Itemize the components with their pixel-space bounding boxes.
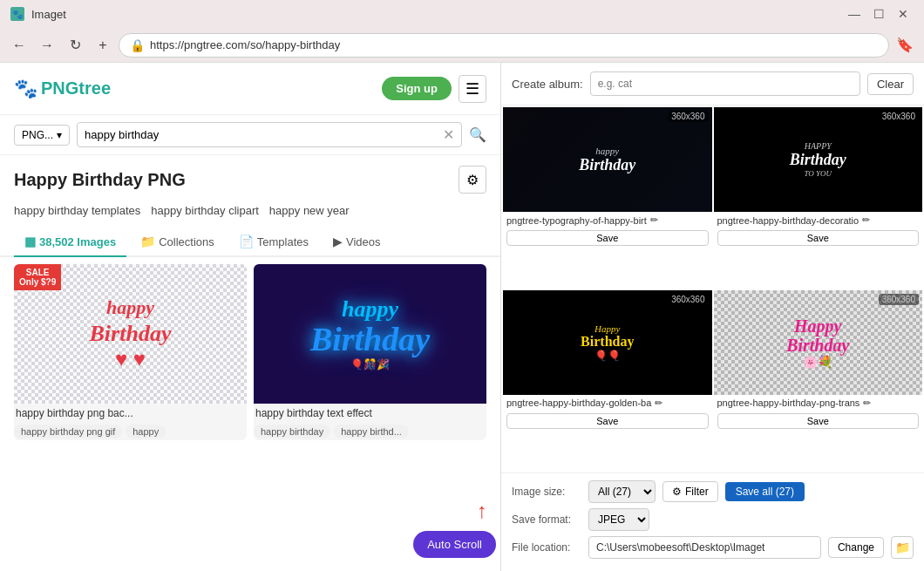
saved-item-3: Happy Birthday 🎈🎈 360x360 pngtree-happy-… — [503, 290, 712, 472]
search-type-dropdown[interactable]: PNG... ▾ — [14, 125, 70, 146]
folder-button[interactable]: 📁 — [891, 536, 914, 559]
filter-side-label: Filter — [685, 486, 709, 498]
save-format-label: Save format: — [512, 513, 581, 526]
app-icon: 🐾 — [10, 7, 24, 21]
saved-filename-1: pngtree-typography-of-happy-birt ✏ — [503, 212, 712, 228]
close-button[interactable]: ✕ — [893, 3, 914, 24]
logo-text: PNGtree — [41, 78, 111, 99]
auto-scroll-button[interactable]: Auto Scroll — [413, 531, 496, 558]
tab-images-label: 38,502 Images — [39, 235, 116, 248]
signup-button[interactable]: Sign up — [382, 77, 452, 100]
album-label: Create album: — [512, 78, 583, 91]
search-area: PNG... ▾ ✕ 🔍 — [0, 115, 500, 155]
image-grid: SALE Only $?9 happyBirthday ♥ ♥ happy bi… — [0, 257, 500, 447]
album-input[interactable] — [590, 71, 860, 96]
images-tab-icon: ▦ — [24, 235, 36, 248]
edit-icon-1[interactable]: ✏ — [650, 214, 658, 226]
saved-thumbnail-1: happy Birthday — [503, 107, 712, 212]
image-tag-1b[interactable]: happy — [126, 425, 166, 438]
chevron-down-icon: ▾ — [57, 129, 62, 141]
search-type-label: PNG... — [22, 129, 53, 141]
tags-area: happy birthday templates happy birthday … — [0, 197, 500, 224]
saved-item-4: HappyBirthday 🌸💐 360x360 pngtree-happy-b… — [714, 290, 923, 472]
image-tag-2b[interactable]: happy birthd... — [334, 425, 409, 438]
image-size-row: Image size: All (27) Small Medium Large … — [512, 480, 914, 503]
header-right: Sign up ☰ — [382, 75, 486, 103]
filter-side-icon: ⚙ — [672, 486, 682, 498]
title-bar-left: 🐾 Imaget — [10, 7, 66, 21]
maximize-button[interactable]: ☐ — [868, 3, 889, 24]
save-format-select[interactable]: JPEG PNG WEBP — [588, 508, 649, 531]
save-button-3[interactable]: Save — [506, 413, 709, 429]
search-clear-icon[interactable]: ✕ — [443, 126, 454, 143]
search-input[interactable] — [85, 128, 443, 141]
forward-button[interactable]: → — [35, 33, 59, 58]
paw-icon: 🐾 — [14, 78, 37, 100]
tab-collections[interactable]: 📁 Collections — [130, 228, 225, 257]
tab-templates-label: Templates — [257, 235, 309, 248]
edit-icon-2[interactable]: ✏ — [862, 214, 870, 226]
saved-filename-3: pngtree-happy-birthday-golden-ba ✏ — [503, 395, 712, 411]
tag-templates[interactable]: happy birthday templates — [14, 204, 140, 217]
saved-item-2: HAPPY Birthday TO YOU 360x360 pngtree-ha… — [714, 107, 923, 289]
image-size-select[interactable]: All (27) Small Medium Large — [588, 480, 656, 503]
sidebar-panel: Create album: Clear happy Birthday — [501, 63, 924, 571]
file-location-input[interactable] — [588, 536, 821, 559]
search-input-wrap: ✕ — [77, 122, 462, 147]
search-icon[interactable]: 🔍 — [469, 126, 486, 143]
tab-videos-label: Videos — [346, 235, 381, 248]
sale-text-1: SALE — [19, 268, 56, 277]
title-bar: 🐾 Imaget — ☐ ✕ — [0, 0, 924, 28]
new-tab-button[interactable]: + — [91, 33, 115, 58]
file-location-label: File location: — [512, 541, 581, 554]
sale-sub-1: Only $?9 — [19, 277, 56, 287]
sidebar-bottom: Image size: All (27) Small Medium Large … — [501, 472, 924, 571]
saved-thumbnail-4: HappyBirthday 🌸💐 — [714, 290, 923, 395]
address-bar[interactable]: 🔒 https://pngtree.com/so/happy-birthday — [119, 33, 889, 58]
edit-icon-4[interactable]: ✏ — [863, 398, 871, 409]
collections-tab-icon: 📁 — [140, 235, 155, 248]
app-title: Imaget — [31, 8, 66, 21]
browser-window: 🐾 Imaget — ☐ ✕ ← → ↻ + 🔒 https://pngtree… — [0, 0, 924, 571]
tab-images[interactable]: ▦ 38,502 Images — [14, 228, 126, 257]
website-panel: 🐾 PNGtree Sign up ☰ PNG... ▾ — [0, 63, 501, 571]
tab-collections-label: Collections — [159, 235, 214, 248]
sale-badge-1: SALE Only $?9 — [14, 264, 61, 290]
image-tags-2: happy birthday happy birthd... — [254, 423, 486, 440]
menu-button[interactable]: ☰ — [459, 75, 486, 103]
page-title: Happy Birthday PNG — [14, 170, 186, 190]
filter-icon-button[interactable]: ⚙ — [459, 166, 486, 194]
nav-bar: ← → ↻ + 🔒 https://pngtree.com/so/happy-b… — [0, 28, 924, 63]
videos-tab-icon: ▶ — [333, 235, 343, 248]
filter-side-button[interactable]: ⚙ Filter — [662, 481, 718, 502]
image-thumbnail-2: happyBirthday 🎈🎊🎉 — [254, 264, 486, 404]
image-thumbnail-1: SALE Only $?9 happyBirthday ♥ ♥ — [14, 264, 247, 404]
image-tags-1: happy birthday png gif happy — [14, 423, 247, 440]
image-tag-1a[interactable]: happy birthday png gif — [14, 425, 122, 438]
save-all-button[interactable]: Save all (27) — [725, 482, 805, 501]
clear-button[interactable]: Clear — [867, 73, 914, 95]
bookmark-button[interactable]: 🔖 — [893, 33, 917, 58]
sidebar-top: Create album: Clear — [501, 63, 924, 105]
save-button-4[interactable]: Save — [717, 413, 920, 429]
image-card-1[interactable]: SALE Only $?9 happyBirthday ♥ ♥ happy bi… — [14, 264, 247, 440]
tab-templates[interactable]: 📄 Templates — [228, 228, 319, 257]
edit-icon-3[interactable]: ✏ — [655, 398, 662, 409]
image-tag-2a[interactable]: happy birthday — [254, 425, 330, 438]
image-label-1: happy birthday png bac... — [14, 404, 247, 423]
refresh-button[interactable]: ↻ — [63, 33, 87, 58]
save-button-2[interactable]: Save — [717, 230, 920, 246]
templates-tab-icon: 📄 — [239, 235, 254, 248]
minimize-button[interactable]: — — [844, 3, 865, 24]
tag-clipart[interactable]: happy birthday clipart — [151, 204, 259, 217]
back-button[interactable]: ← — [7, 33, 31, 58]
change-button[interactable]: Change — [828, 537, 884, 558]
tab-videos[interactable]: ▶ Videos — [323, 228, 391, 257]
saved-filename-4: pngtree-happy-birthday-png-trans ✏ — [714, 395, 923, 411]
save-button-1[interactable]: Save — [506, 230, 709, 246]
tag-new-year[interactable]: happy new year — [269, 204, 350, 217]
lock-icon: 🔒 — [130, 38, 145, 52]
image-card-2[interactable]: happyBirthday 🎈🎊🎉 happy birthday text ef… — [254, 264, 486, 440]
save-format-row: Save format: JPEG PNG WEBP — [512, 508, 914, 531]
site-header: 🐾 PNGtree Sign up ☰ — [0, 63, 500, 115]
